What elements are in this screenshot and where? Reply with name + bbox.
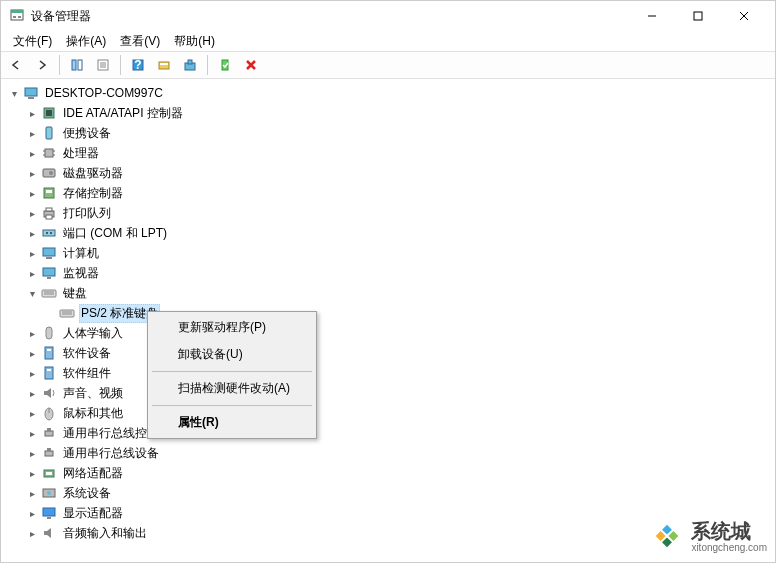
- menu-file[interactable]: 文件(F): [7, 31, 58, 52]
- tree-item[interactable]: ▾ DESKTOP-COM997C: [3, 83, 773, 103]
- tree-item[interactable]: ▸ 软件设备: [3, 343, 773, 363]
- close-button[interactable]: [721, 1, 767, 31]
- minimize-button[interactable]: [629, 1, 675, 31]
- menubar: 文件(F) 操作(A) 查看(V) 帮助(H): [1, 31, 775, 51]
- svg-rect-56: [45, 367, 53, 379]
- tree-item-label: 音频输入和输出: [61, 524, 149, 543]
- tree-item[interactable]: ▾ 键盘: [3, 283, 773, 303]
- tree-item-label: 鼠标和其他: [61, 404, 125, 423]
- expand-icon[interactable]: ▸: [25, 186, 39, 200]
- tree-item[interactable]: ▸ IDE ATA/ATAPI 控制器: [3, 103, 773, 123]
- watermark: 系统城 xitongcheng.com: [649, 518, 767, 554]
- tree-item[interactable]: ▸ 鼠标和其他: [3, 403, 773, 423]
- svg-rect-46: [47, 277, 51, 279]
- tree-item[interactable]: ▸ 系统设备: [3, 483, 773, 503]
- properties-button[interactable]: [92, 54, 114, 76]
- chip-icon: [41, 105, 57, 121]
- help-button[interactable]: ?: [127, 54, 149, 76]
- toolbar-separator: [59, 55, 60, 75]
- tree-item-label: 显示适配器: [61, 504, 125, 523]
- monitor-icon: [41, 265, 57, 281]
- ctx-properties[interactable]: 属性(R): [150, 409, 314, 436]
- svg-text:?: ?: [134, 58, 141, 72]
- svg-rect-28: [45, 149, 53, 157]
- svg-rect-24: [28, 97, 34, 99]
- tree-item[interactable]: ▸ 监视器: [3, 263, 773, 283]
- expand-icon[interactable]: ▸: [25, 486, 39, 500]
- tree-item[interactable]: ▸ 端口 (COM 和 LPT): [3, 223, 773, 243]
- expand-icon[interactable]: ▸: [25, 506, 39, 520]
- ctx-update-driver[interactable]: 更新驱动程序(P): [150, 314, 314, 341]
- svg-rect-65: [46, 472, 52, 475]
- svg-rect-71: [669, 531, 679, 541]
- app-icon: [9, 8, 25, 24]
- update-driver-button[interactable]: [179, 54, 201, 76]
- svg-rect-1: [11, 10, 23, 13]
- tree-item[interactable]: ▸ 打印队列: [3, 203, 773, 223]
- tree-item[interactable]: ▸ 软件组件: [3, 363, 773, 383]
- expand-icon[interactable]: ▸: [25, 206, 39, 220]
- tree-item[interactable]: ▸ 磁盘驱动器: [3, 163, 773, 183]
- expand-icon[interactable]: ▸: [25, 166, 39, 180]
- enable-device-button[interactable]: [214, 54, 236, 76]
- tree-item-label: 存储控制器: [61, 184, 125, 203]
- menu-help[interactable]: 帮助(H): [168, 31, 221, 52]
- svg-rect-57: [47, 369, 51, 371]
- tree-item-label: 声音、视频: [61, 384, 125, 403]
- svg-rect-55: [47, 349, 51, 351]
- portable-icon: [41, 125, 57, 141]
- svg-rect-61: [47, 428, 51, 431]
- tree-item-label: 端口 (COM 和 LPT): [61, 224, 169, 243]
- scan-hardware-button[interactable]: [153, 54, 175, 76]
- computer-icon: [23, 85, 39, 101]
- expand-icon[interactable]: ▸: [25, 466, 39, 480]
- back-button[interactable]: [5, 54, 27, 76]
- tree-item[interactable]: PS/2 标准键盘: [3, 303, 773, 323]
- expand-icon[interactable]: ▸: [25, 246, 39, 260]
- menu-view[interactable]: 查看(V): [114, 31, 166, 52]
- collapse-icon[interactable]: ▾: [7, 86, 21, 100]
- tree-item[interactable]: ▸ 处理器: [3, 143, 773, 163]
- tree-item[interactable]: ▸ 存储控制器: [3, 183, 773, 203]
- collapse-icon[interactable]: ▾: [25, 286, 39, 300]
- expand-icon[interactable]: ▸: [25, 106, 39, 120]
- tree-item-label: 磁盘驱动器: [61, 164, 125, 183]
- tree-item[interactable]: ▸ 人体学输入: [3, 323, 773, 343]
- menu-action[interactable]: 操作(A): [60, 31, 112, 52]
- show-hide-tree-button[interactable]: [66, 54, 88, 76]
- tree-item-label: 网络适配器: [61, 464, 125, 483]
- titlebar: 设备管理器: [1, 1, 775, 31]
- uninstall-device-button[interactable]: [240, 54, 262, 76]
- expand-icon[interactable]: ▸: [25, 126, 39, 140]
- tree-item[interactable]: ▸ 计算机: [3, 243, 773, 263]
- expand-icon[interactable]: ▸: [25, 446, 39, 460]
- expand-icon[interactable]: ▸: [25, 426, 39, 440]
- watermark-name: 系统城: [691, 520, 767, 542]
- expand-icon[interactable]: ▸: [25, 406, 39, 420]
- expand-icon[interactable]: ▸: [25, 226, 39, 240]
- expand-icon[interactable]: ▸: [25, 146, 39, 160]
- ctx-uninstall[interactable]: 卸载设备(U): [150, 341, 314, 368]
- keyboard-icon: [41, 285, 57, 301]
- tree-item-label: IDE ATA/ATAPI 控制器: [61, 104, 185, 123]
- tree-item[interactable]: ▸ 声音、视频: [3, 383, 773, 403]
- maximize-button[interactable]: [675, 1, 721, 31]
- expand-icon[interactable]: ▸: [25, 266, 39, 280]
- storage-icon: [41, 185, 57, 201]
- tree-item[interactable]: ▸ 通用串行总线设备: [3, 443, 773, 463]
- expand-icon[interactable]: ▸: [25, 386, 39, 400]
- svg-rect-9: [78, 60, 82, 70]
- tree-item[interactable]: ▸ 通用串行总线控制器: [3, 423, 773, 443]
- expand-icon[interactable]: ▸: [25, 326, 39, 340]
- tree-item[interactable]: ▸ 便携设备: [3, 123, 773, 143]
- expand-icon[interactable]: ▸: [25, 526, 39, 540]
- svg-rect-19: [188, 60, 192, 64]
- forward-button[interactable]: [31, 54, 53, 76]
- expand-icon[interactable]: ▸: [25, 366, 39, 380]
- tree-item-label: 键盘: [61, 284, 89, 303]
- expand-icon[interactable]: ▸: [25, 346, 39, 360]
- device-tree[interactable]: ▾ DESKTOP-COM997C ▸ IDE ATA/ATAPI 控制器 ▸ …: [1, 79, 775, 562]
- svg-rect-3: [18, 16, 21, 18]
- tree-item[interactable]: ▸ 网络适配器: [3, 463, 773, 483]
- ctx-scan[interactable]: 扫描检测硬件改动(A): [150, 375, 314, 402]
